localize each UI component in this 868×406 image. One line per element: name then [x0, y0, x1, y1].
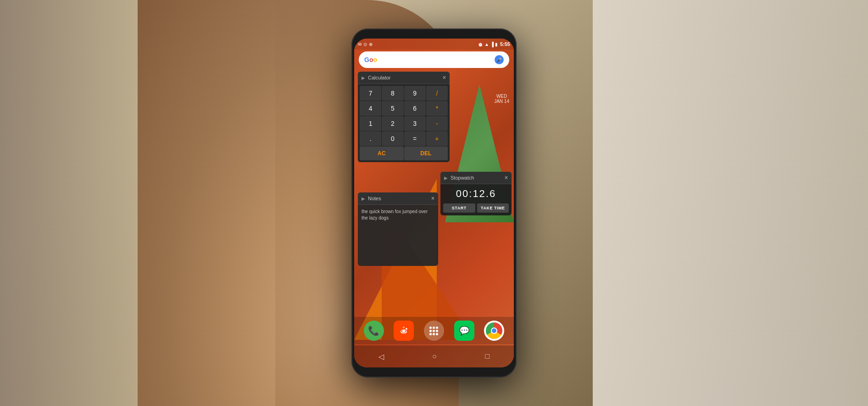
- svg-point-3: [405, 331, 406, 332]
- notes-expand-icon[interactable]: ▶: [362, 196, 365, 201]
- phone-screen: ✉ ⊙ ⊕ ⏰ ▲ ▐ ▮ 5:55 Goo 🎤 WED JAN 14: [354, 39, 514, 367]
- signal-icon: ▐: [490, 42, 494, 47]
- notification-icon: ✉: [358, 42, 362, 47]
- calc-btn-multiply[interactable]: *: [426, 101, 448, 116]
- room-right: [593, 0, 868, 406]
- calc-btn-equals[interactable]: =: [404, 131, 426, 146]
- calc-btn-del[interactable]: DEL: [404, 147, 448, 160]
- stopwatch-title: Stopwatch: [451, 175, 505, 180]
- dock-chrome-icon[interactable]: [484, 321, 504, 341]
- notes-content[interactable]: the quick brown fox jumped over the lazy…: [358, 205, 438, 225]
- calc-btn-1[interactable]: 1: [360, 116, 381, 131]
- svg-point-4: [406, 328, 407, 330]
- phone: ✉ ⊙ ⊕ ⏰ ▲ ▐ ▮ 5:55 Goo 🎤 WED JAN 14: [351, 28, 517, 378]
- google-logo: Goo: [364, 56, 377, 63]
- stopwatch-taketime-button[interactable]: TAKE TIME: [477, 203, 509, 213]
- stopwatch-widget: ▶ Stopwatch × 00:12.6 START TAKE TIME: [440, 172, 512, 215]
- stopwatch-start-button[interactable]: START: [443, 203, 475, 213]
- calc-btn-6[interactable]: 6: [404, 101, 426, 116]
- date-month: JAN 14: [494, 99, 509, 104]
- dock-phone-icon[interactable]: 📞: [364, 321, 384, 341]
- calculator-widget: ▶ Calculator × 7 8 9 / 4 5 6 * 1 2 3 - .…: [358, 72, 450, 162]
- calc-btn-3[interactable]: 3: [404, 116, 426, 131]
- stopwatch-header: ▶ Stopwatch ×: [440, 172, 512, 184]
- dock: 📞: [354, 317, 514, 344]
- calc-btn-5[interactable]: 5: [382, 101, 403, 116]
- stopwatch-buttons: START TAKE TIME: [440, 203, 512, 215]
- mic-button[interactable]: 🎤: [495, 55, 504, 64]
- calc-btn-8[interactable]: 8: [382, 86, 403, 101]
- calculator-header: ▶ Calculator ×: [358, 72, 450, 84]
- nav-bar: ◁ ○ □: [354, 345, 514, 367]
- calc-btn-plus[interactable]: +: [426, 131, 448, 146]
- dock-reddit-icon[interactable]: [394, 321, 414, 341]
- status-left-icons: ✉ ⊙ ⊕: [358, 42, 373, 47]
- calc-btn-minus[interactable]: -: [426, 116, 448, 131]
- notes-header: ▶ Notes ×: [358, 192, 438, 205]
- notes-widget: ▶ Notes × the quick brown fox jumped ove…: [358, 192, 438, 266]
- calc-btn-dot[interactable]: .: [360, 131, 381, 146]
- stopwatch-time: 00:12.6: [440, 184, 512, 203]
- calc-btn-4[interactable]: 4: [360, 101, 381, 116]
- svg-point-5: [403, 327, 405, 328]
- calc-btn-0[interactable]: 0: [382, 131, 403, 146]
- calc-btn-7[interactable]: 7: [360, 86, 381, 101]
- calc-btn-2[interactable]: 2: [382, 116, 403, 131]
- nav-back-button[interactable]: ◁: [378, 352, 384, 361]
- calculator-title: Calculator: [368, 75, 443, 80]
- calc-btn-divide[interactable]: /: [426, 86, 448, 101]
- calculator-close-button[interactable]: ×: [443, 74, 446, 81]
- wifi-icon: ▲: [484, 42, 489, 47]
- nav-recent-button[interactable]: □: [485, 352, 490, 361]
- status-right-icons: ⏰ ▲ ▐ ▮ 5:55: [478, 41, 510, 47]
- notes-close-button[interactable]: ×: [431, 195, 434, 202]
- search-bar[interactable]: Goo 🎤: [359, 51, 509, 68]
- notes-title: Notes: [368, 196, 431, 201]
- calc-btn-ac[interactable]: AC: [360, 147, 404, 160]
- clock-icon: ⊙: [363, 42, 367, 47]
- status-time: 5:55: [500, 41, 510, 47]
- date-day: WED: [494, 94, 509, 99]
- dock-apps-icon[interactable]: [424, 321, 444, 341]
- stopwatch-close-button[interactable]: ×: [505, 175, 508, 181]
- calculator-grid: 7 8 9 / 4 5 6 * 1 2 3 - . 0 = + AC DEL: [358, 84, 450, 162]
- status-bar: ✉ ⊙ ⊕ ⏰ ▲ ▐ ▮ 5:55: [354, 39, 514, 50]
- nav-home-button[interactable]: ○: [432, 352, 437, 361]
- dock-messages-icon[interactable]: 💬: [454, 321, 474, 341]
- calculator-expand-icon[interactable]: ▶: [362, 75, 365, 80]
- calc-btn-9[interactable]: 9: [404, 86, 426, 101]
- stopwatch-expand-icon[interactable]: ▶: [444, 175, 448, 180]
- date-widget: WED JAN 14: [494, 94, 509, 104]
- svg-point-2: [401, 331, 403, 332]
- alarm-icon: ⊕: [369, 42, 373, 47]
- battery-icon: ▮: [495, 42, 498, 47]
- alarm-status-icon: ⏰: [478, 42, 483, 47]
